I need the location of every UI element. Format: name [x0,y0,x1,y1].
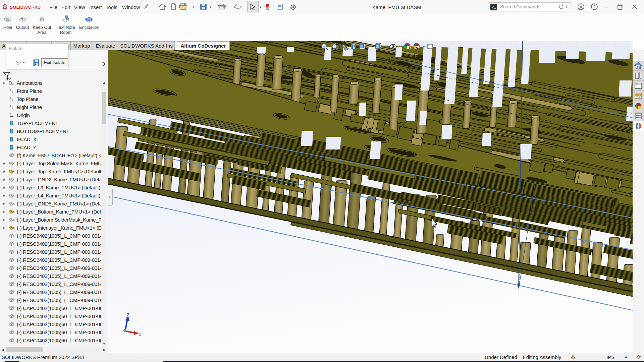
svg-text:?: ? [593,5,596,9]
svg-text:SOLIDWORKS: SOLIDWORKS [10,5,41,10]
svg-text:!: ! [572,355,573,359]
svg-text:Z: Z [127,312,129,317]
svg-text:X: X [139,332,142,337]
